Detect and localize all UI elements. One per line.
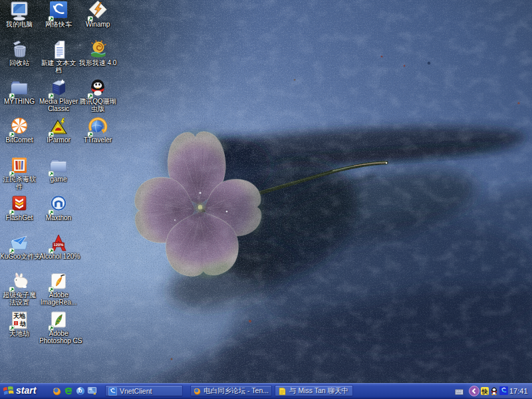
- svg-text:快: 快: [481, 388, 489, 395]
- svg-text:120%: 120%: [54, 243, 64, 247]
- svg-text:天地: 天地: [13, 313, 26, 319]
- svg-text:劫: 劫: [19, 321, 26, 327]
